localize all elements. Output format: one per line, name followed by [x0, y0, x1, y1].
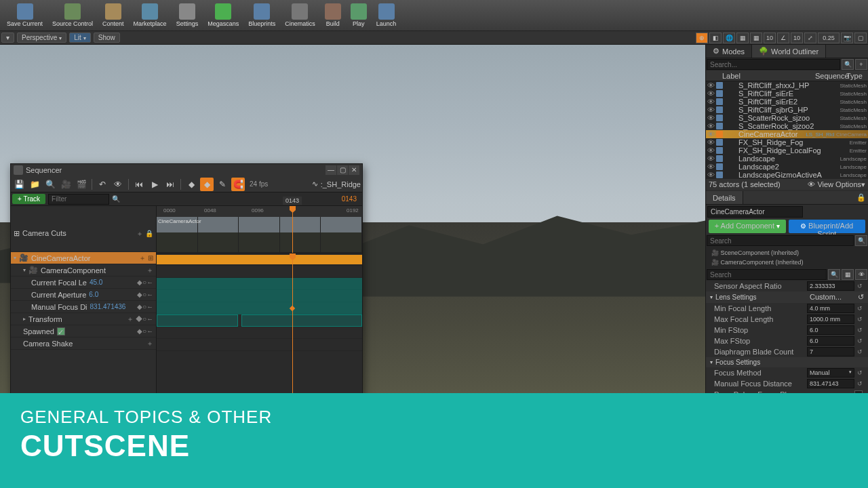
lock-icon[interactable]: 🔒	[854, 191, 868, 204]
component-item[interactable]: 🎥 CameraComponent (Inherited)	[706, 258, 868, 267]
outliner-search[interactable]	[707, 59, 840, 70]
spawned-track[interactable]: Spawned ✓ ◆○←	[11, 325, 156, 338]
details-tab[interactable]: Details	[706, 191, 743, 204]
outliner-item[interactable]: 👁LandscapeGizmoActiveALandscape	[706, 171, 868, 179]
property-row[interactable]: Focus MethodManual ↺	[706, 367, 868, 378]
search-icon[interactable]: 🔍	[828, 269, 840, 280]
sequence-name[interactable]: :_SH_Ridge	[321, 180, 361, 188]
save-icon[interactable]: 💾	[12, 178, 26, 191]
angle-size[interactable]: 10	[791, 33, 803, 43]
maximize-icon[interactable]: ▢	[854, 33, 867, 43]
property-row[interactable]: Sensor Aspect Ratio2.333333 ↺	[706, 281, 868, 291]
play-end-icon[interactable]: ⏭	[163, 178, 177, 191]
add-track-button[interactable]: + Track	[12, 194, 45, 204]
blueprints-button[interactable]: Blueprints	[244, 1, 279, 30]
browse-icon[interactable]: 📁	[28, 178, 41, 191]
view-options[interactable]: 👁 View Options▾	[808, 180, 865, 189]
aperture-track[interactable]: Current Aperture6.0 ◆○←	[11, 289, 156, 301]
camera-cuts-track[interactable]: ⊞Camera Cuts ＋ 🔒	[11, 217, 156, 252]
scale-icon[interactable]: ⤢	[804, 33, 816, 43]
clapboard-icon[interactable]: 🎬	[75, 178, 88, 191]
property-row[interactable]: Max FStop6.0 ↺	[706, 336, 868, 346]
component-search[interactable]	[707, 235, 854, 246]
focus-distance-track[interactable]: Manual Focus Di831.471436 ◆○←	[11, 301, 156, 313]
transform-icon[interactable]: ⊕	[696, 33, 708, 43]
view-icon[interactable]: 👁	[111, 178, 125, 191]
search-icon[interactable]: 🔍	[43, 178, 57, 191]
grid-size[interactable]: 10	[764, 33, 776, 43]
surface-icon[interactable]: ▦	[736, 33, 749, 43]
search-icon[interactable]: 🔍	[842, 59, 854, 70]
key-icon[interactable]: ◆	[184, 178, 198, 191]
camera-icon[interactable]: 🎥	[59, 178, 73, 191]
search-icon[interactable]: 🔍	[855, 235, 867, 246]
build-button[interactable]: Build	[321, 1, 345, 30]
property-row[interactable]: Max Focal Length1000.0 mm ↺	[706, 314, 868, 325]
property-category[interactable]: Focus Settings	[706, 357, 868, 367]
snap-icon[interactable]: 🧲	[231, 178, 245, 191]
play-start-icon[interactable]: ⏮	[132, 178, 146, 191]
undo-icon[interactable]: ↶	[96, 178, 109, 191]
outliner-item[interactable]: 👁FX_SH_Ridge_LocalFogEmitter	[706, 146, 868, 155]
transform-track[interactable]: ▸Transform ＋ ◆○←	[11, 313, 156, 325]
outliner-item[interactable]: 👁FX_SH_Ridge_FogEmitter	[706, 138, 868, 146]
outliner-item[interactable]: 👁S_ScatterRock_sjzooStaticMesh	[706, 114, 868, 122]
source-control-button[interactable]: Source Control	[48, 1, 97, 30]
cam-icon[interactable]: 📷	[841, 33, 853, 43]
outliner-item[interactable]: 👁Landscape2Landscape	[706, 163, 868, 171]
minimize-icon[interactable]: —	[326, 165, 336, 175]
playhead[interactable]: 0143	[292, 206, 293, 253]
sequencer-titlebar[interactable]: Sequencer — ▢ ✕	[11, 164, 362, 176]
launch-button[interactable]: Launch	[372, 1, 401, 30]
blueprint-button[interactable]: ⚙ Blueprint/Add Script	[789, 220, 866, 233]
camera-component-track[interactable]: ▾🎥CameraComponent ＋	[11, 264, 156, 277]
cinematics-button[interactable]: Cinematics	[281, 1, 319, 30]
maximize-icon[interactable]: ▢	[337, 165, 348, 175]
outliner-item[interactable]: 👁S_RiftCliff_shxxJ_HPStaticMesh	[706, 81, 868, 89]
perspective-button[interactable]: Perspective	[17, 33, 66, 43]
cine-camera-track[interactable]: ▾🎥CineCameraActor ＋ ⊞	[11, 252, 156, 264]
lit-button[interactable]: Lit	[69, 33, 91, 43]
outliner-item[interactable]: 👁LandscapeLandscape	[706, 155, 868, 163]
save-current-button[interactable]: Save Current	[3, 1, 47, 30]
property-search[interactable]	[707, 269, 827, 280]
viewport-menu[interactable]: ▾	[1, 33, 14, 43]
matrix-icon[interactable]: ▦	[842, 269, 854, 280]
play-button[interactable]: Play	[347, 1, 371, 30]
property-row[interactable]: Manual Focus Distance831.47143 ↺	[706, 378, 868, 389]
show-button[interactable]: Show	[94, 33, 120, 43]
fps-label[interactable]: 24 fps	[247, 180, 271, 188]
outliner-item[interactable]: 👁CineCameraActorLS_SH_RidCineCamera	[706, 130, 868, 138]
outliner-item[interactable]: 👁S_RiftCliff_siErE2StaticMesh	[706, 98, 868, 106]
angle-icon[interactable]: ∠	[777, 33, 789, 43]
actor-name-input[interactable]	[707, 206, 803, 218]
property-category[interactable]: Lens SettingsCustom... ↺	[706, 291, 868, 303]
filter-input[interactable]	[48, 194, 109, 205]
current-frame[interactable]: 0143	[342, 195, 361, 203]
outliner-item[interactable]: 👁S_RiftCliff_sjbrG_HPStaticMesh	[706, 106, 868, 114]
modes-tab[interactable]: ⚙Modes	[706, 45, 752, 58]
spawned-checkbox[interactable]: ✓	[57, 327, 65, 336]
camera-shake-track[interactable]: Camera Shake ＋	[11, 338, 156, 350]
outliner-item[interactable]: 👁S_RiftCliff_siErEStaticMesh	[706, 89, 868, 98]
marketplace-button[interactable]: Marketplace	[130, 1, 171, 30]
cam-speed[interactable]: 0.25	[818, 33, 840, 43]
outliner-item[interactable]: 👁S_ScatterRock_sjzoo2StaticMesh	[706, 122, 868, 130]
component-item[interactable]: 🎥 SceneComponent (Inherited)	[706, 248, 868, 258]
content-button[interactable]: Content	[98, 1, 128, 30]
close-icon[interactable]: ✕	[349, 165, 359, 175]
grid-icon[interactable]: ▦	[750, 33, 762, 43]
autokey-icon[interactable]: ◆	[200, 178, 214, 191]
property-row[interactable]: Min FStop6.0 ↺	[706, 325, 868, 336]
property-row[interactable]: Min Focal Length4.0 mm ↺	[706, 303, 868, 314]
focal-length-track[interactable]: Current Focal Le45.0 ◆○←	[11, 277, 156, 289]
add-icon[interactable]: +	[855, 59, 867, 70]
edit-icon[interactable]: ✎	[216, 178, 229, 191]
snap-icon[interactable]: ◧	[709, 33, 722, 43]
search-icon[interactable]: 🔍	[112, 195, 120, 203]
play-icon[interactable]: ▶	[148, 178, 161, 191]
coord-icon[interactable]: 🌐	[723, 33, 735, 43]
add-component-button[interactable]: + Add Component ▾	[709, 220, 786, 233]
settings-button[interactable]: Settings	[172, 1, 203, 30]
curve-icon[interactable]: ∿	[312, 180, 318, 188]
